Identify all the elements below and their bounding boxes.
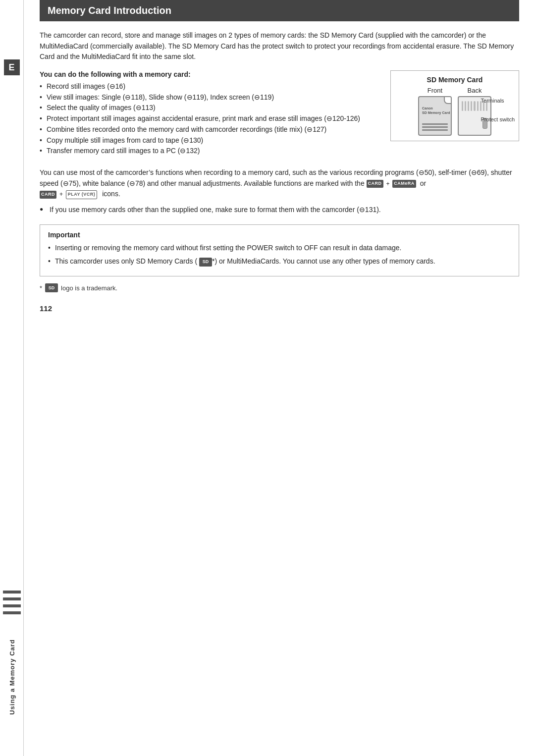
footnote: * logo is a trademark. [40, 283, 519, 292]
or-text: or [420, 179, 426, 187]
sd-logo-icon [199, 258, 212, 267]
body-paragraph: You can use most of the camcorder’s func… [40, 167, 519, 200]
page-title: Memory Card Introduction [40, 0, 519, 21]
decoration-line-1 [3, 591, 21, 594]
two-column-section: You can do the following with a memory c… [40, 70, 519, 162]
sd-card-box: SD Memory Card Front CanonSD Memory Card [390, 70, 519, 141]
card-icon-badge-2: CARD [40, 191, 56, 199]
sd-line-2 [422, 126, 448, 128]
sd-line-3 [422, 129, 448, 131]
sd-terminal-1 [462, 101, 463, 111]
section-heading: You can do the following with a memory c… [40, 70, 378, 78]
sd-contact-lines [422, 123, 448, 131]
card-icon-badge: CARD [367, 180, 383, 188]
page-number: 112 [40, 304, 519, 313]
list-item: View still images: Single (⊖118), Slide … [40, 92, 378, 103]
important-heading: Important [48, 231, 511, 239]
sd-terminal-5 [474, 101, 475, 111]
play-icon-badge: PLAY (VCR) [66, 190, 98, 199]
sidebar-bottom-label: Using a Memory Card [0, 597, 24, 756]
sd-card-front: Front CanonSD Memory Card [418, 87, 452, 136]
sd-front-label: Front [428, 87, 442, 94]
important-item-2: This camcorder uses only SD Memory Cards… [48, 256, 511, 267]
important-list: Inserting or removing the memory card wi… [48, 243, 511, 267]
list-item: Select the quality of images (⊖113) [40, 103, 378, 113]
sd-terminal-2 [465, 101, 466, 111]
sd-line-1 [422, 123, 448, 125]
sd-logo-footnote [45, 283, 58, 292]
footnote-text: logo is a trademark. [61, 284, 117, 292]
plus-sign-2: + [59, 191, 63, 198]
intro-paragraph: The camcorder can record, store and mana… [40, 30, 519, 62]
footnote-asterisk: * [40, 284, 42, 292]
icons-label: icons. [102, 190, 120, 198]
important-item-1: Inserting or removing the memory card wi… [48, 243, 511, 254]
circle-bullet-paragraph: If you use memory cards other than the s… [40, 205, 519, 216]
sd-annotations: Terminals Protect switch [481, 98, 515, 122]
sd-annotation-switch: Protect switch [481, 116, 515, 122]
sd-annotation-terminals: Terminals [481, 98, 515, 104]
sd-back-label: Back [468, 87, 482, 94]
left-sidebar: E Using a Memory Card [0, 0, 24, 756]
sd-front-image: CanonSD Memory Card [418, 96, 452, 136]
left-column: You can do the following with a memory c… [40, 70, 378, 162]
plus-sign-1: + [386, 180, 389, 187]
main-content: Memory Card Introduction The camcorder c… [24, 0, 535, 332]
sidebar-chapter-letter: E [4, 59, 20, 75]
list-item: Record still images (⊖16) [40, 81, 378, 92]
sd-notch [444, 97, 451, 104]
sd-terminal-3 [468, 101, 469, 111]
camera-icon-badge: CAMeRA [392, 180, 416, 188]
list-item: Protect important still images against a… [40, 113, 378, 124]
list-item: Copy multiple still images from card to … [40, 135, 378, 146]
list-item: Transfer memory card still images to a P… [40, 146, 378, 157]
feature-list: Record still images (⊖16) View still ima… [40, 81, 378, 157]
list-item: Combine titles recorded onto the memory … [40, 124, 378, 135]
sd-card-diagram: SD Memory Card Front CanonSD Memory Card [390, 70, 519, 141]
sd-card-title: SD Memory Card [397, 76, 513, 84]
sd-terminal-6 [477, 101, 479, 111]
important-box: Important Inserting or removing the memo… [40, 224, 519, 276]
sd-brand: CanonSD Memory Card [422, 106, 450, 115]
sd-terminal-4 [471, 101, 472, 111]
